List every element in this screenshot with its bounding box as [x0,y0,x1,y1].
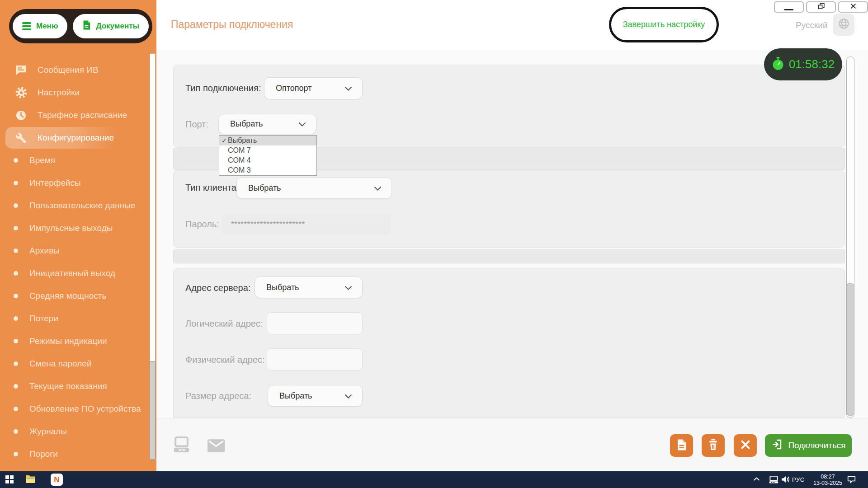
finish-setup-label: Завершить настройку [623,20,705,29]
sidebar-item-thresholds[interactable]: Пороги [0,443,150,465]
address-size-value: Выбрать [279,391,312,401]
cancel-x-icon [740,439,751,452]
computer-icon[interactable] [174,436,189,455]
tray-clock[interactable]: 08:27 13-03-2025 [811,473,844,487]
sidebar-item-label: Режимы индикации [29,336,107,346]
port-select[interactable]: Выбрать [218,114,316,134]
bullet-icon [14,226,18,230]
app-logo-icon: N [54,475,59,484]
documents-button-label: Документы [96,22,139,31]
server-address-label: Адрес сервера: [185,283,250,293]
sidebar-item-settings[interactable]: Настройки [0,81,150,104]
chevron-down-icon [344,84,352,93]
bullet-icon [14,271,18,276]
sidebar-item-time[interactable]: Время [0,149,150,172]
language-globe-button[interactable] [833,14,854,36]
port-option[interactable]: COM 7 [219,145,316,155]
delete-button[interactable] [702,434,725,457]
minimize-button[interactable] [774,1,804,13]
sidebar-item-label: Тарифное расписание [38,110,127,120]
chevron-down-icon [298,119,306,129]
tray-language-indicator[interactable]: РУС [792,476,805,483]
tray-notifications-icon[interactable] [847,475,856,483]
tray-time: 08:27 [821,474,835,480]
client-type-select[interactable]: Выбрать [236,177,392,199]
sidebar-item-label: Потери [29,314,58,324]
tray-date: 13-03-2025 [813,480,842,486]
sidebar-item-label: Пользовательские данные [29,201,135,211]
tray-chevron-up-icon[interactable] [753,477,760,481]
sidebar-item-current-readings[interactable]: Текущие показания [0,375,150,398]
port-option-label: Выбрать [228,136,257,145]
close-button[interactable] [838,1,868,13]
sidebar-menu: Сообщения ИВ Настройки Тарифное расписан… [0,59,150,465]
file-explorer-button[interactable] [25,475,36,485]
tray-network-icon[interactable] [769,475,778,484]
bullet-icon [14,361,18,366]
timer-value: 01:58:32 [789,57,835,71]
port-option[interactable]: COM 4 [219,155,316,165]
menu-button[interactable]: Меню [13,14,67,38]
sidebar-item-initiative-output[interactable]: Инициативный выход [0,262,150,285]
content-scrollbar[interactable] [846,56,854,418]
bullet-icon [14,181,18,185]
connection-type-select[interactable]: Оптопорт [264,77,363,99]
sidebar-item-losses[interactable]: Потери [0,307,150,330]
logical-address-input[interactable] [267,312,363,334]
content-scrollbar-thumb[interactable] [846,283,854,416]
cancel-button[interactable] [734,434,757,457]
sidebar-item-configuration[interactable]: Конфигурирование [0,127,150,149]
sidebar-item-label: Журналы [29,427,67,436]
sidebar-item-pulse-outputs[interactable]: Импульсные выходы [0,217,150,239]
bullet-icon [14,429,18,434]
physical-address-input[interactable] [267,348,363,371]
sidebar-item-indication-modes[interactable]: Режимы индикации [0,330,150,352]
sidebar-item-password-change[interactable]: Смена паролей [0,352,150,375]
finish-setup-button[interactable]: Завершить настройку [609,7,719,42]
sidebar: Меню Документы Сообщения ИВ Настройк [0,0,156,471]
sidebar-item-label: Импульсные выходы [29,223,113,233]
port-option-selected[interactable]: ✓ Выбрать [219,136,316,145]
documents-button[interactable]: Документы [73,14,149,38]
sidebar-scrollbar-thumb[interactable] [150,361,156,460]
stopwatch-icon [772,57,784,72]
tray-volume-icon[interactable] [781,475,790,483]
sidebar-item-label: Пороги [29,449,58,459]
restore-button[interactable] [806,1,836,13]
connection-type-value: Оптопорт [276,84,311,93]
port-option-label: COM 4 [228,156,251,164]
app-taskbar-button[interactable]: N [51,474,63,486]
sidebar-scrollbar[interactable] [150,53,156,460]
start-button[interactable] [5,475,14,483]
password-label: Пароль: [185,219,219,230]
server-address-select[interactable]: Выбрать [255,277,363,298]
sidebar-item-average-power[interactable]: Средняя мощность [0,285,150,307]
gear-icon [15,87,27,99]
sidebar-item-interfaces[interactable]: Интерфейсы [0,172,150,194]
globe-icon [838,18,850,32]
report-button[interactable] [670,434,693,457]
menu-button-label: Меню [36,22,58,31]
connect-button[interactable]: Подключиться [765,434,852,457]
taskbar: N РУС 08:27 13-03-2025 [0,471,868,488]
address-size-select[interactable]: Выбрать [268,385,363,407]
port-option[interactable]: COM 3 [219,165,316,175]
sidebar-item-archives[interactable]: Архивы [0,239,150,262]
sidebar-item-label: Средняя мощность [29,291,106,301]
sidebar-item-user-data[interactable]: Пользовательские данные [0,194,150,217]
server-address-value: Выбрать [266,283,299,292]
port-value: Выбрать [230,119,263,129]
sidebar-item-messages[interactable]: Сообщения ИВ [0,59,150,81]
file-icon [677,439,687,452]
sidebar-item-tariff-schedule[interactable]: Тарифное расписание [0,104,150,127]
password-field[interactable]: *********************** [222,214,391,235]
bullet-icon [14,249,18,253]
mail-icon[interactable] [208,439,225,454]
address-size-label: Размер адреса: [185,391,251,401]
client-type-label: Тип клиента: [185,183,239,193]
windows-logo-icon [5,475,14,483]
sidebar-item-firmware-update[interactable]: Обновление ПО устройства [0,398,150,420]
port-label: Порт: [185,119,208,130]
hamburger-icon [22,22,31,30]
sidebar-item-journals[interactable]: Журналы [0,420,150,443]
